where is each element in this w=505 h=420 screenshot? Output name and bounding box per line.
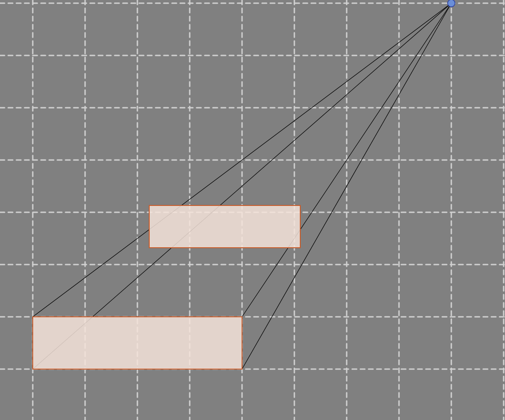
svg-marker-25 (149, 205, 300, 248)
dilation-diagram (0, 0, 505, 420)
original-rectangle (33, 317, 242, 369)
svg-marker-24 (33, 317, 242, 369)
center-of-dilation[interactable] (448, 0, 455, 7)
center-point-icon[interactable] (448, 0, 455, 7)
image-rectangle (149, 205, 300, 248)
